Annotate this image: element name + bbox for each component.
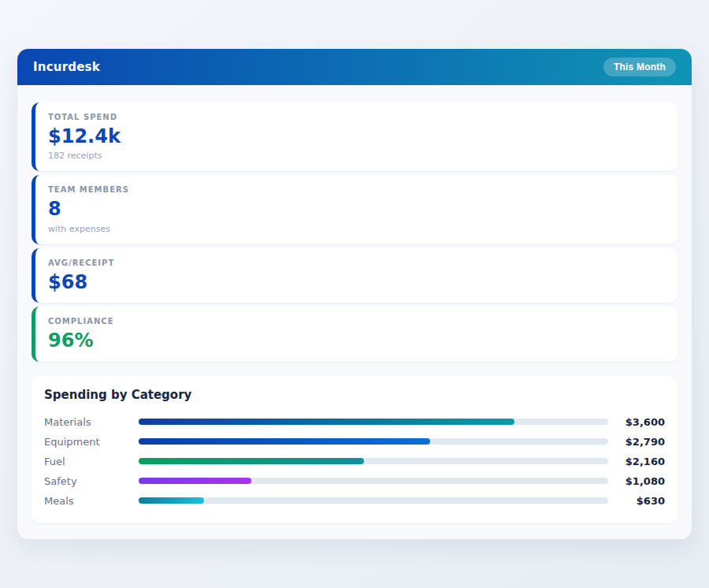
bar-fill [139, 497, 204, 504]
category-label: Safety [44, 475, 139, 487]
stat-value: 8 [48, 199, 665, 219]
bar-track [139, 438, 608, 445]
chart-row-fuel: Fuel$2,160 [44, 452, 665, 471]
category-value: $3,600 [608, 416, 665, 428]
bar-fill [139, 419, 514, 425]
spending-chart-card: Spending by Category Materials$3,600Equi… [32, 376, 677, 523]
category-label: Fuel [44, 456, 139, 467]
bar-fill [139, 478, 251, 484]
category-value: $1,080 [608, 475, 665, 487]
chart-row-safety: Safety$1,080 [44, 471, 665, 491]
category-label: Equipment [44, 436, 139, 448]
stat-label: TEAM MEMBERS [48, 185, 665, 194]
app-title: Incurdesk [33, 60, 100, 74]
category-value: $630 [608, 495, 665, 507]
bar-track [139, 497, 608, 504]
category-label: Materials [44, 416, 139, 428]
stat-card-team-members: TEAM MEMBERS8with expenses [32, 175, 677, 244]
chart-title: Spending by Category [44, 388, 665, 402]
stat-value: 96% [48, 330, 665, 351]
app-header: Incurdesk This Month [17, 49, 692, 85]
bar-fill [139, 438, 430, 445]
stat-label: TOTAL SPEND [48, 113, 665, 121]
stat-value: $12.4k [48, 126, 665, 147]
stat-label: AVG/RECEIPT [48, 259, 665, 267]
category-value: $2,790 [608, 436, 665, 448]
bar-track [139, 458, 608, 464]
stat-card-avg-receipt: AVG/RECEIPT$68 [32, 248, 677, 303]
chart-row-materials: Materials$3,600 [44, 412, 665, 432]
chart-rows: Materials$3,600Equipment$2,790Fuel$2,160… [44, 412, 665, 511]
stat-card-total-spend: TOTAL SPEND$12.4k182 receipts [32, 102, 677, 171]
dashboard-content: TOTAL SPEND$12.4k182 receiptsTEAM MEMBER… [17, 85, 692, 539]
period-badge[interactable]: This Month [603, 58, 676, 76]
category-value: $2,160 [608, 456, 665, 467]
bar-fill [139, 458, 364, 464]
category-label: Meals [44, 495, 139, 507]
dashboard-panel: Incurdesk This Month TOTAL SPEND$12.4k18… [17, 49, 692, 539]
bar-track [139, 419, 608, 425]
stat-subtext: with expenses [48, 224, 665, 234]
stat-subtext: 182 receipts [48, 151, 665, 161]
stat-value: $68 [48, 272, 665, 292]
stat-card-compliance: COMPLIANCE96% [32, 307, 677, 361]
bar-track [139, 478, 608, 484]
chart-row-meals: Meals$630 [44, 491, 665, 511]
stat-cards: TOTAL SPEND$12.4k182 receiptsTEAM MEMBER… [32, 102, 677, 362]
stat-label: COMPLIANCE [48, 317, 665, 326]
chart-row-equipment: Equipment$2,790 [44, 432, 665, 452]
